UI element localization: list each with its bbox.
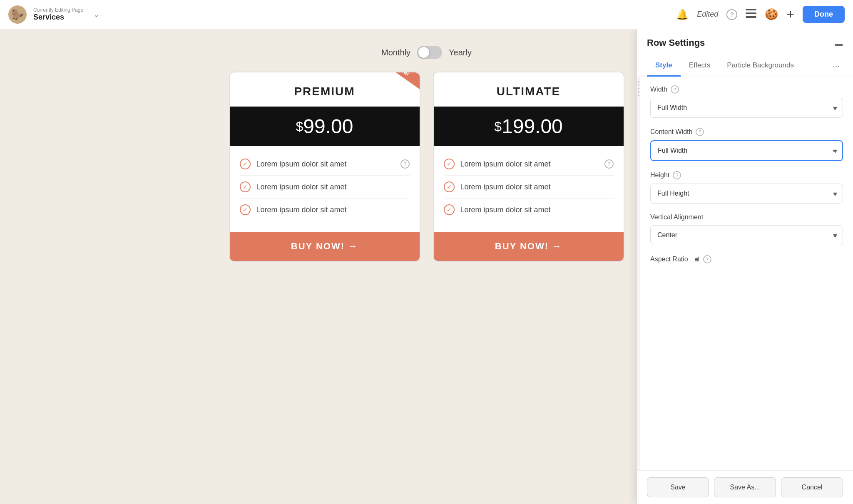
- content-width-field-group: Content Width ? Full Width ▾: [650, 128, 843, 161]
- check-icon: ✓: [240, 181, 251, 192]
- tab-particle-backgrounds[interactable]: Particle Backgrounds: [719, 55, 802, 77]
- canvas: Monthly Yearly Most Popular PREMIUM $99.…: [0, 29, 853, 504]
- list-item: ✓ Lorem ipsum dolor sit amet ?: [444, 153, 614, 176]
- header-right: 🔔 Edited ? 🍪 + Done: [676, 6, 845, 23]
- chevron-down-icon: ▾: [833, 147, 836, 154]
- tab-style[interactable]: Style: [647, 55, 681, 77]
- save-as-button[interactable]: Save As...: [714, 477, 776, 497]
- done-button[interactable]: Done: [803, 6, 845, 23]
- vertical-alignment-select-wrapper: Center ▾: [650, 225, 843, 245]
- svg-rect-0: [746, 9, 756, 10]
- tab-effects[interactable]: Effects: [681, 55, 719, 77]
- buy-now-button-ultimate[interactable]: BUY NOW! →: [434, 232, 624, 261]
- panel-scrollable-area: Width ? Full Width ▾ Content Width ?: [637, 77, 853, 470]
- feature-text: Lorem ipsum dolor sit amet: [256, 206, 347, 214]
- save-button[interactable]: Save: [647, 477, 709, 497]
- card-features-ultimate: ✓ Lorem ipsum dolor sit amet ? ✓ Lorem i…: [434, 146, 624, 228]
- page-info: Currently Editing Page Services: [33, 7, 83, 22]
- panel-tabs: Style Effects Particle Backgrounds ···: [637, 55, 853, 77]
- width-select[interactable]: Full Width ▾: [650, 98, 843, 118]
- monthly-label: Monthly: [381, 48, 410, 57]
- feature-text: Lorem ipsum dolor sit amet: [460, 183, 551, 191]
- cookie-icon-button[interactable]: 🍪: [765, 8, 778, 21]
- feature-text: Lorem ipsum dolor sit amet: [460, 206, 551, 214]
- svg-rect-3: [835, 44, 843, 46]
- width-field-group: Width ? Full Width ▾: [650, 85, 843, 118]
- card-cta-premium: BUY NOW! →: [230, 232, 420, 261]
- card-features-premium: ✓ Lorem ipsum dolor sit amet ? ✓ Lorem i…: [230, 146, 420, 228]
- check-icon: ✓: [444, 159, 455, 169]
- list-item: ✓ Lorem ipsum dolor sit amet: [240, 176, 410, 199]
- content-width-help-icon[interactable]: ?: [696, 128, 704, 136]
- content-width-select[interactable]: Full Width ▾: [650, 140, 843, 161]
- card-cta-ultimate: BUY NOW! →: [434, 232, 624, 261]
- list-item: ✓ Lorem ipsum dolor sit amet ?: [240, 153, 410, 176]
- cancel-button[interactable]: Cancel: [781, 477, 843, 497]
- toggle-knob: [418, 47, 429, 58]
- feature-help-icon[interactable]: ?: [604, 159, 614, 169]
- card-title-premium: PREMIUM: [230, 72, 420, 107]
- content-width-label: Content Width ?: [650, 128, 843, 136]
- ultimate-card: ULTIMATE $199.00 ✓ Lorem ipsum dolor sit…: [433, 72, 624, 262]
- vertical-alignment-field-group: Vertical Alignment Center ▾: [650, 214, 843, 245]
- billing-toggle[interactable]: [417, 46, 442, 59]
- panel-footer: Save Save As... Cancel: [637, 470, 853, 504]
- feature-text: Lorem ipsum dolor sit amet: [256, 160, 347, 169]
- list-view-button[interactable]: [746, 9, 756, 20]
- height-select-wrapper: Full Height ▾: [650, 184, 843, 204]
- list-item: ✓ Lorem ipsum dolor sit amet: [444, 176, 614, 199]
- row-settings-panel: Row Settings Style Effects Particle Back…: [637, 29, 853, 504]
- header: 🦫 Currently Editing Page Services ⌄ 🔔 Ed…: [0, 0, 853, 29]
- svg-rect-1: [746, 12, 756, 14]
- height-label: Height ?: [650, 171, 843, 179]
- check-icon: ✓: [240, 204, 251, 215]
- yearly-label: Yearly: [449, 48, 472, 57]
- list-item: ✓ Lorem ipsum dolor sit amet: [240, 199, 410, 221]
- width-label: Width ?: [650, 85, 843, 94]
- feature-help-icon[interactable]: ?: [400, 159, 410, 169]
- content-width-select-wrapper: Full Width ▾: [650, 140, 843, 161]
- feature-text: Lorem ipsum dolor sit amet: [460, 160, 551, 169]
- card-title-ultimate: ULTIMATE: [434, 72, 624, 107]
- tab-more-button[interactable]: ···: [829, 55, 843, 77]
- panel-header: Row Settings: [637, 29, 853, 55]
- card-price-premium: $99.00: [238, 115, 411, 138]
- desktop-icon: 🖥: [693, 256, 700, 263]
- scroll-dots: [638, 81, 639, 96]
- scroll-indicator: [637, 77, 640, 470]
- height-select[interactable]: Full Height ▾: [650, 184, 843, 204]
- vertical-alignment-label: Vertical Alignment: [650, 214, 843, 221]
- height-help-icon[interactable]: ?: [673, 171, 681, 179]
- card-price-ultimate: $199.00: [442, 115, 615, 138]
- check-icon: ✓: [444, 204, 455, 215]
- panel-title: Row Settings: [647, 37, 705, 48]
- aspect-ratio-help-icon[interactable]: ?: [703, 255, 711, 263]
- list-item: ✓ Lorem ipsum dolor sit amet: [444, 199, 614, 221]
- width-select-wrapper: Full Width ▾: [650, 98, 843, 118]
- check-icon: ✓: [444, 181, 455, 192]
- panel-content: Width ? Full Width ▾ Content Width ?: [640, 77, 853, 470]
- chevron-down-icon: ▾: [833, 104, 836, 111]
- edited-label: Edited: [697, 10, 718, 19]
- aspect-ratio-label: Aspect Ratio 🖥 ?: [650, 255, 843, 263]
- editing-label: Currently Editing Page: [33, 7, 83, 13]
- card-price-box-ultimate: $199.00: [434, 107, 624, 146]
- site-logo: 🦫: [8, 5, 27, 24]
- vertical-alignment-select[interactable]: Center ▾: [650, 225, 843, 245]
- premium-card: Most Popular PREMIUM $99.00 ✓ Lorem ipsu…: [229, 72, 420, 262]
- page-name: Services: [33, 13, 83, 22]
- svg-rect-2: [746, 16, 756, 18]
- notifications-button[interactable]: 🔔: [676, 9, 689, 20]
- chevron-down-icon: ▾: [833, 190, 836, 197]
- chevron-down-icon: ▾: [833, 232, 836, 238]
- width-help-icon[interactable]: ?: [671, 85, 679, 94]
- panel-minimize-button[interactable]: [835, 38, 843, 48]
- add-button[interactable]: +: [786, 7, 794, 22]
- help-icon[interactable]: ?: [726, 9, 737, 20]
- buy-now-button-premium[interactable]: BUY NOW! →: [230, 232, 420, 261]
- check-icon: ✓: [240, 159, 251, 169]
- aspect-ratio-field-group: Aspect Ratio 🖥 ?: [650, 255, 843, 263]
- page-dropdown-icon[interactable]: ⌄: [93, 10, 99, 19]
- height-field-group: Height ? Full Height ▾: [650, 171, 843, 204]
- feature-text: Lorem ipsum dolor sit amet: [256, 183, 347, 191]
